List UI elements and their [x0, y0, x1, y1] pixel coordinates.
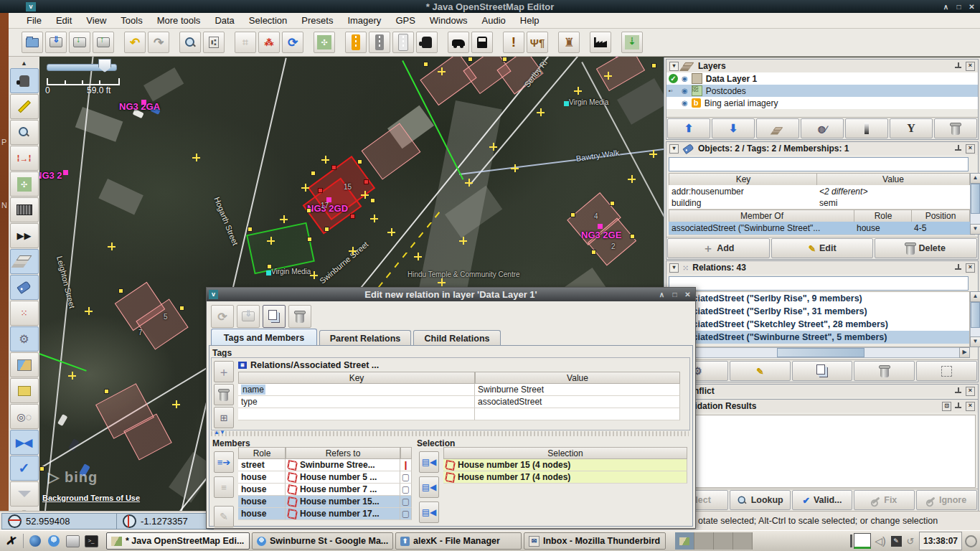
delete-relation-button[interactable]: [288, 305, 311, 328]
menu-data[interactable]: Data: [208, 14, 240, 27]
scroll-down-arrow-icon[interactable]: ▼: [970, 336, 980, 347]
layer-down-button[interactable]: ⬇: [712, 118, 755, 138]
task-thunderbird[interactable]: ✉ Inbox - Mozilla Thunderbird: [524, 532, 666, 550]
relation-filter-input[interactable]: [669, 276, 969, 291]
hand-button[interactable]: [416, 32, 438, 53]
merge-panel-toggle[interactable]: ▶◀: [10, 430, 39, 455]
validation-validate-button[interactable]: ✔Valid...: [792, 490, 853, 510]
delete-layer-button[interactable]: [934, 118, 977, 138]
splitter-arrows-icon[interactable]: ▲▼: [214, 429, 225, 435]
undo-button[interactable]: ↶: [124, 32, 146, 53]
dialog-close-icon[interactable]: ✕: [682, 290, 693, 299]
relation-list-item-selected[interactable]: associatedStreet ("Swinburne Street", 5 …: [669, 331, 969, 344]
layers-panel-toggle[interactable]: [10, 249, 39, 274]
edit-member-disabled-button[interactable]: ✎: [214, 506, 234, 527]
map-styles-toggle[interactable]: [10, 352, 39, 377]
layer-up-button[interactable]: ⬆: [667, 118, 710, 138]
menu-tools[interactable]: Tools: [114, 14, 149, 27]
pin-icon[interactable]: [955, 402, 962, 410]
castle-button[interactable]: ♜: [558, 32, 580, 53]
select-tool-button[interactable]: [10, 68, 39, 93]
key-column-header[interactable]: Key: [669, 173, 818, 186]
collapse-icon[interactable]: ▾: [669, 144, 679, 154]
command-stack-toggle[interactable]: [10, 378, 39, 403]
add-tag-button[interactable]: ＋Add: [667, 238, 770, 258]
member-role-cell[interactable]: street: [238, 459, 286, 471]
workspace-3-cell[interactable]: [714, 532, 733, 550]
select-relation-members-button[interactable]: [916, 361, 977, 381]
visibility-eye-icon[interactable]: ◉: [682, 75, 688, 83]
position-column-header[interactable]: Position: [911, 209, 970, 222]
close-panel-icon[interactable]: ×: [966, 387, 975, 396]
tag-key-cell[interactable]: type: [238, 396, 475, 408]
popout-icon[interactable]: ⊡: [942, 402, 951, 411]
tag-value-cell-empty[interactable]: [475, 408, 680, 420]
improve-way-button[interactable]: ⁂: [258, 32, 280, 53]
splitter-handle[interactable]: [211, 431, 689, 436]
draw-disabled-button[interactable]: ⌗: [235, 32, 256, 53]
road-orange-button[interactable]: [345, 32, 367, 53]
history-tray-icon[interactable]: [963, 532, 978, 550]
redo-button[interactable]: ↷: [148, 32, 169, 53]
download-area-button[interactable]: ✣: [314, 32, 335, 53]
layer-row-data-layer[interactable]: ✓ ◉ Data Layer 1: [666, 72, 978, 85]
close-panel-icon[interactable]: ×: [966, 402, 975, 411]
close-panel-icon[interactable]: ×: [966, 263, 975, 273]
close-window-button[interactable]: ✕: [966, 2, 977, 11]
zoom-tool-button[interactable]: [10, 120, 39, 145]
layer-row-bing[interactable]: ◉ b Bing aerial imagery: [666, 97, 978, 109]
add-selection-after-button[interactable]: ▤◀: [419, 501, 439, 523]
validation-fix-button[interactable]: Fix: [854, 490, 915, 510]
maximize-window-button[interactable]: □: [953, 2, 964, 11]
tags-panel-toggle[interactable]: [10, 275, 39, 300]
edit-relation-button[interactable]: ✎: [730, 361, 791, 381]
member-refers-cell[interactable]: House number 15...: [286, 496, 400, 508]
pin-icon[interactable]: [955, 264, 962, 271]
tag-key-cell[interactable]: name: [238, 384, 475, 396]
member-role-cell[interactable]: house: [238, 471, 286, 484]
menu-selection[interactable]: Selection: [242, 14, 293, 27]
delete-relation-button[interactable]: [854, 361, 915, 381]
member-role-cell[interactable]: house: [238, 496, 286, 508]
close-panel-icon[interactable]: ×: [966, 144, 975, 154]
scroll-right-arrow-icon[interactable]: ▶: [959, 347, 970, 358]
menu-presets[interactable]: Presets: [295, 14, 339, 27]
save-button[interactable]: ⇓: [45, 32, 67, 53]
background-terms-link[interactable]: Background Terms of Use: [42, 494, 140, 502]
sync-tray-icon[interactable]: ↺: [903, 532, 918, 550]
task-file-manager[interactable]: ⬆ alexK - File Manager: [395, 532, 522, 550]
apply-role-button[interactable]: ≡➔: [214, 451, 234, 473]
dialog-maximize-icon[interactable]: □: [669, 290, 680, 299]
factory-button[interactable]: [590, 32, 611, 53]
activate-layer-button[interactable]: [756, 118, 799, 138]
workspace-1-cell[interactable]: [675, 532, 694, 550]
workspace-4-cell[interactable]: [733, 532, 753, 550]
visibility-eye-icon[interactable]: ◉: [682, 87, 688, 95]
merge-nodes-tool-button[interactable]: ⁞→⁞: [10, 146, 39, 171]
notes-tray-icon[interactable]: ✎: [889, 532, 903, 550]
layer-visibility-button[interactable]: ◍∕: [801, 118, 844, 138]
dialog-titlebar[interactable]: v Edit new relation in layer 'Data Layer…: [207, 288, 695, 301]
scroll-down-arrow-icon[interactable]: ▼: [970, 224, 980, 235]
edit-tag-button[interactable]: ✎Edit: [771, 238, 874, 258]
open-file-button[interactable]: [22, 32, 43, 53]
duplicate-relation-button[interactable]: [792, 361, 853, 381]
member-refers-cell[interactable]: House number 5 ...: [286, 471, 400, 484]
more-tools-button[interactable]: ▶▶: [10, 223, 39, 248]
filter-panel-toggle[interactable]: [10, 481, 39, 507]
membership-position-cell[interactable]: 4-5: [911, 222, 975, 235]
tag-value-cell[interactable]: associatedStreet: [475, 396, 680, 408]
relations-panel-toggle[interactable]: ⁙: [10, 301, 39, 326]
pin-icon[interactable]: [955, 62, 962, 70]
dialog-menu-icon[interactable]: v: [209, 290, 218, 299]
download-area-tool-button[interactable]: ✣: [10, 171, 39, 197]
selection-row[interactable]: House number 15 (4 nodes): [443, 459, 687, 471]
warning-button[interactable]: !: [503, 32, 524, 53]
terminal-launcher-icon[interactable]: >_: [83, 532, 100, 550]
shade-window-button[interactable]: ∧: [941, 2, 951, 11]
validation-ignore-button[interactable]: Ignore: [916, 490, 977, 510]
menu-view[interactable]: View: [80, 14, 113, 27]
duplicate-relation-button[interactable]: [263, 305, 286, 328]
volume-icon[interactable]: ◁): [872, 532, 889, 550]
chromium-launcher-icon[interactable]: [45, 532, 62, 550]
